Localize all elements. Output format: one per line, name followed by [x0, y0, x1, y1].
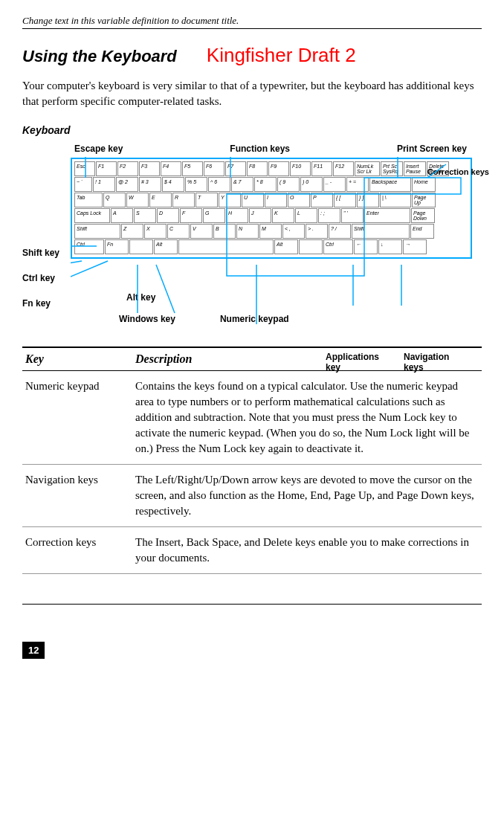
keyboard-key: ~ ` [74, 177, 92, 192]
keyboard-key: N [236, 224, 259, 239]
keyboard-key: F1 [96, 161, 117, 176]
keyboard-key: U [242, 193, 264, 207]
windows-key-label: Windows key [119, 314, 175, 324]
keyboard-key: Ctrl [323, 239, 353, 254]
escape-key-label: Escape key [74, 144, 123, 154]
keyboard-subheading: Keyboard [22, 124, 482, 136]
keyboard-key: < , [282, 224, 305, 239]
keyboard-key: " ' [341, 208, 364, 223]
keyboard-key: D [157, 208, 179, 223]
header-note: Change text in this variable definition … [22, 15, 482, 29]
keyboard-key: F2 [117, 161, 138, 176]
keyboard-key: $ 4 [162, 177, 184, 192]
keyboard-key: A [111, 208, 133, 223]
keyboard-key: Ctrl [74, 239, 104, 254]
page-number: 12 [22, 642, 45, 659]
keyboard-key: F [180, 208, 202, 223]
keyboard-key: End [410, 224, 434, 239]
table-header-key: Key [22, 347, 132, 371]
keyboard-key: % 5 [185, 177, 207, 192]
keyboard-key: F7 [225, 161, 246, 176]
applications-key-label: Applications key [326, 352, 385, 373]
table-cell-key: Navigation keys [22, 465, 132, 527]
keyboard-key: } ] [357, 193, 379, 207]
keyboard-key: S [134, 208, 156, 223]
keyboard-key: ↓ [378, 239, 402, 254]
function-keys-label: Function keys [230, 144, 290, 154]
keyboard-key: Insert Pause [404, 161, 426, 176]
keyboard-key: G [203, 208, 225, 223]
keyboard-key: F3 [139, 161, 160, 176]
keyboard-key: Tab [74, 193, 103, 207]
keyboard-key: Home [412, 177, 436, 192]
keyboard-key: F5 [182, 161, 203, 176]
keyboard-diagram: Escape key Function keys Print Screen ke… [22, 144, 482, 324]
keyboard-key: B [213, 224, 236, 239]
keyboard-key: ! 1 [93, 177, 115, 192]
keyboard-key: { [ [334, 193, 356, 207]
keyboard-layout: EscF1F2F3F4F5F6F7F8F9F10F11F12NumLk Scr … [71, 158, 472, 259]
keyboard-key: & 7 [231, 177, 253, 192]
correction-keys-label: Correction keys [427, 167, 489, 176]
table-cell-desc: The Insert, Back Space, and Delete keys … [132, 527, 482, 574]
table-row: Navigation keysThe Left/Right/Up/Down ar… [22, 465, 482, 527]
keyboard-key: Shift [74, 224, 120, 239]
table-cell-desc: Contains the keys found on a typical cal… [132, 371, 482, 465]
keyboard-key: Prt Sc SysRq [381, 161, 403, 176]
keyboard-key: H [226, 208, 248, 223]
keyboard-key: W [126, 193, 149, 207]
keyboard-key: Fn [105, 239, 129, 254]
draft-label: Kingfisher Draft 2 [207, 44, 356, 67]
keyboard-key: # 3 [139, 177, 161, 192]
keyboard-key: Enter [364, 208, 410, 223]
shift-key-label: Shift key [22, 248, 59, 258]
keyboard-key: ) 0 [300, 177, 323, 192]
keyboard-key: ^ 6 [208, 177, 230, 192]
keyboard-key: Q [103, 193, 126, 207]
keyboard-key: : ; [318, 208, 340, 223]
keyboard-key: M [259, 224, 282, 239]
table-cell-desc: The Left/Right/Up/Down arrow keys are de… [132, 465, 482, 527]
ctrl-key-label: Ctrl key [22, 273, 59, 283]
keyboard-key: F8 [247, 161, 268, 176]
keyboard-key: T [196, 193, 218, 207]
printscreen-key-label: Print Screen key [397, 144, 467, 154]
table-cell-key: Correction keys [22, 527, 132, 574]
keyboard-key: Alt [154, 239, 178, 254]
keyboard-key: NumLk Scr Lk [355, 161, 380, 176]
keyboard-key: V [190, 224, 213, 239]
keyboard-key: * 8 [254, 177, 277, 192]
table-row: Correction keysThe Insert, Back Space, a… [22, 527, 482, 574]
keyboard-key: _ - [323, 177, 346, 192]
keyboard-key: E [149, 193, 172, 207]
keyboard-key [299, 239, 323, 254]
keyboard-key: Page Down [411, 208, 435, 223]
keyboard-key: Backspace [369, 177, 411, 192]
fn-key-label: Fn key [22, 298, 59, 309]
keyboard-key: X [144, 224, 167, 239]
keyboard-key: C [167, 224, 190, 239]
table-cell-key: Numeric keypad [22, 371, 132, 465]
keyboard-key: Y [219, 193, 241, 207]
keyboard-key: K [272, 208, 294, 223]
keyboard-key: + = [346, 177, 369, 192]
svg-line-7 [71, 261, 82, 268]
keyboard-key: J [249, 208, 271, 223]
keyboard-key: ? / [329, 224, 351, 239]
keyboard-key: Alt [274, 239, 298, 254]
numeric-keypad-label: Numeric keypad [220, 314, 289, 324]
alt-key-label: Alt key [126, 292, 155, 303]
intro-paragraph: Your computer's keyboard is very similar… [22, 78, 482, 109]
keyboard-key: > . [306, 224, 328, 239]
keyboard-key: I [265, 193, 287, 207]
keyboard-key: F11 [311, 161, 332, 176]
keyboard-key: ← [354, 239, 378, 254]
keyboard-key: Shift [352, 224, 410, 239]
keyboard-key: F12 [333, 161, 354, 176]
keyboard-key: Z [121, 224, 143, 239]
svg-line-10 [156, 265, 175, 313]
keyboard-key: Page Up [412, 193, 436, 207]
keyboard-key: F9 [268, 161, 289, 176]
keyboard-key: F6 [204, 161, 224, 176]
keyboard-key: @ 2 [116, 177, 138, 192]
